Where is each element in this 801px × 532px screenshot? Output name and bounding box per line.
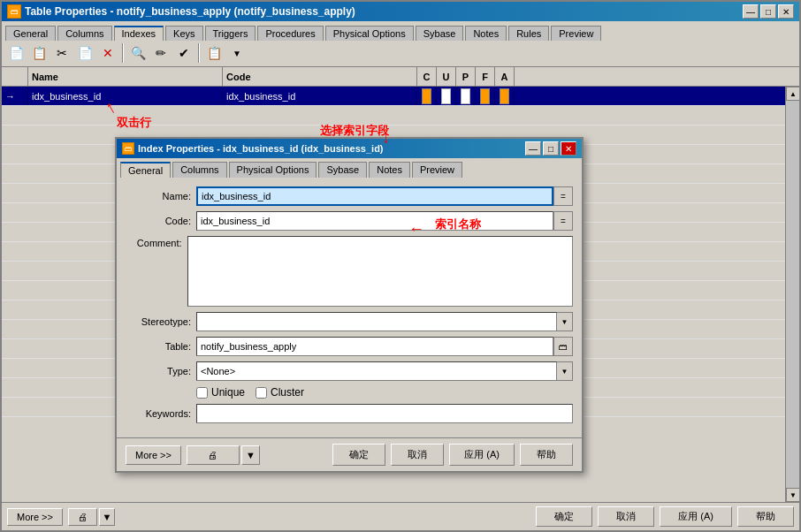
check-button[interactable]: ✔ [173, 42, 195, 64]
dialog-title-bar: 🗃 Index Properties - idx_business_id (id… [117, 139, 582, 158]
table-label: Table: [126, 341, 196, 352]
row-name: idx_business_id [28, 87, 223, 105]
main-apply-button[interactable]: 应用 (A) [660, 506, 732, 527]
name-field-row: Name: = [126, 186, 573, 206]
dialog-form: Name: = Code: = Comment: Stereotype: ▼ T… [117, 178, 582, 437]
dialog-more-button[interactable]: More >> [126, 445, 181, 465]
unique-checkbox-item: Unique [196, 386, 245, 399]
dialog-close-button[interactable]: ✕ [561, 141, 576, 156]
header-f: F [476, 67, 495, 86]
dialog-confirm-button[interactable]: 确定 [332, 444, 385, 466]
main-help-button[interactable]: 帮助 [737, 506, 794, 527]
tab-triggers[interactable]: Triggers [205, 26, 256, 41]
main-tab-bar: General Columns Indexes Keys Triggers Pr… [2, 21, 799, 40]
dialog-maximize-button[interactable]: □ [543, 141, 559, 156]
type-input[interactable] [196, 361, 557, 381]
header-u: U [437, 67, 456, 86]
keywords-label: Keywords: [126, 408, 196, 419]
paste-button[interactable]: 📄 [74, 42, 95, 64]
main-cancel-button[interactable]: 取消 [598, 506, 654, 527]
vertical-scrollbar[interactable]: ▲ ▼ [785, 87, 799, 502]
unique-checkbox[interactable] [196, 387, 208, 399]
dialog-tab-columns[interactable]: Columns [172, 162, 226, 178]
dialog-cancel-button[interactable]: 取消 [391, 444, 444, 466]
scroll-track[interactable] [786, 101, 799, 488]
search-button[interactable]: 🔍 [127, 42, 149, 64]
dialog-help-button[interactable]: 帮助 [520, 444, 573, 466]
new-button[interactable]: 📄 [5, 42, 27, 64]
dialog-tab-bar: General Columns Physical Options Sybase … [117, 158, 582, 178]
copy-button[interactable]: 📋 [28, 42, 50, 64]
main-confirm-button[interactable]: 确定 [536, 506, 592, 527]
dropdown-button[interactable]: ▼ [226, 42, 248, 64]
name-browse-button[interactable]: = [553, 186, 573, 206]
minimize-button[interactable]: — [743, 4, 759, 19]
stereotype-input[interactable] [196, 312, 557, 331]
cut-button[interactable]: ✂ [51, 42, 72, 64]
dialog-tab-notes[interactable]: Notes [369, 162, 410, 178]
dialog-print-button[interactable]: 🖨 [187, 445, 240, 465]
tab-rules[interactable]: Rules [508, 26, 549, 41]
name-input[interactable] [196, 186, 553, 206]
type-label: Type: [126, 366, 196, 376]
tab-procedures[interactable]: Procedures [257, 26, 323, 41]
dialog-tab-preview[interactable]: Preview [412, 162, 462, 178]
dialog-icon: 🗃 [122, 142, 134, 155]
toolbar: 📄 📋 ✂ 📄 ✕ 🔍 ✏ ✔ 📋 ▼ [2, 40, 799, 67]
keywords-input[interactable] [196, 404, 573, 423]
type-select-wrapper: ▼ [196, 361, 573, 381]
row-c [417, 87, 437, 105]
dialog-tab-physical-options[interactable]: Physical Options [229, 162, 317, 178]
main-print-dropdown[interactable]: ▼ [99, 508, 115, 526]
toolbar-separator-1 [122, 43, 124, 63]
dialog-tab-general[interactable]: General [120, 162, 171, 178]
edit-button[interactable]: ✏ [150, 42, 172, 64]
table-row[interactable] [2, 106, 785, 125]
scroll-down-button[interactable]: ▼ [786, 488, 799, 502]
more-button[interactable]: 📋 [203, 42, 225, 64]
table-row[interactable]: → idx_business_id idx_business_id [2, 87, 785, 106]
row-u [437, 87, 456, 105]
tab-columns[interactable]: Columns [57, 26, 111, 41]
tab-indexes[interactable]: Indexes [114, 26, 164, 41]
row-a [495, 87, 515, 105]
code-input[interactable] [196, 211, 553, 231]
name-label: Name: [126, 191, 196, 201]
main-more-button[interactable]: More >> [7, 508, 63, 526]
tab-preview[interactable]: Preview [551, 26, 601, 41]
main-bottom-bar: More >> 🖨 ▼ 确定 取消 应用 (A) 帮助 [2, 502, 799, 530]
header-p: P [456, 67, 476, 86]
dialog-bottom-bar: More >> 🖨 ▼ 确定 取消 应用 (A) 帮助 [117, 437, 582, 471]
app-icon: 🗃 [7, 4, 21, 19]
code-field-row: Code: = [126, 211, 573, 231]
scroll-up-button[interactable]: ▲ [786, 87, 799, 101]
main-print-button[interactable]: 🖨 [68, 508, 97, 526]
index-properties-dialog: 🗃 Index Properties - idx_business_id (id… [115, 137, 584, 473]
tab-sybase[interactable]: Sybase [416, 26, 464, 41]
delete-button[interactable]: ✕ [97, 42, 118, 64]
tab-keys[interactable]: Keys [165, 26, 202, 41]
table-input[interactable] [196, 337, 553, 356]
type-dropdown-button[interactable]: ▼ [557, 361, 573, 381]
stereotype-label: Stereotype: [126, 316, 196, 327]
code-browse-button[interactable]: = [553, 211, 573, 231]
close-button[interactable]: ✕ [778, 4, 794, 19]
stereotype-select-wrapper: ▼ [196, 312, 573, 331]
tab-general[interactable]: General [5, 26, 56, 41]
row-p [456, 87, 476, 105]
stereotype-field-row: Stereotype: ▼ [126, 312, 573, 331]
dialog-print-dropdown[interactable]: ▼ [241, 445, 260, 465]
window-title: Table Properties - notify_business_apply… [25, 5, 355, 18]
dialog-minimize-button[interactable]: — [525, 141, 541, 156]
comment-textarea[interactable] [187, 236, 573, 307]
header-arrow [2, 67, 28, 86]
table-browse-button[interactable]: 🗃 [553, 337, 573, 356]
cluster-checkbox[interactable] [256, 387, 267, 399]
maximize-button[interactable]: □ [760, 4, 776, 19]
dialog-apply-button[interactable]: 应用 (A) [449, 444, 515, 466]
dialog-tab-sybase[interactable]: Sybase [318, 162, 367, 178]
row-code: idx_business_id [223, 87, 417, 105]
tab-physical-options[interactable]: Physical Options [325, 26, 414, 41]
tab-notes[interactable]: Notes [465, 26, 507, 41]
stereotype-dropdown-button[interactable]: ▼ [557, 312, 573, 331]
